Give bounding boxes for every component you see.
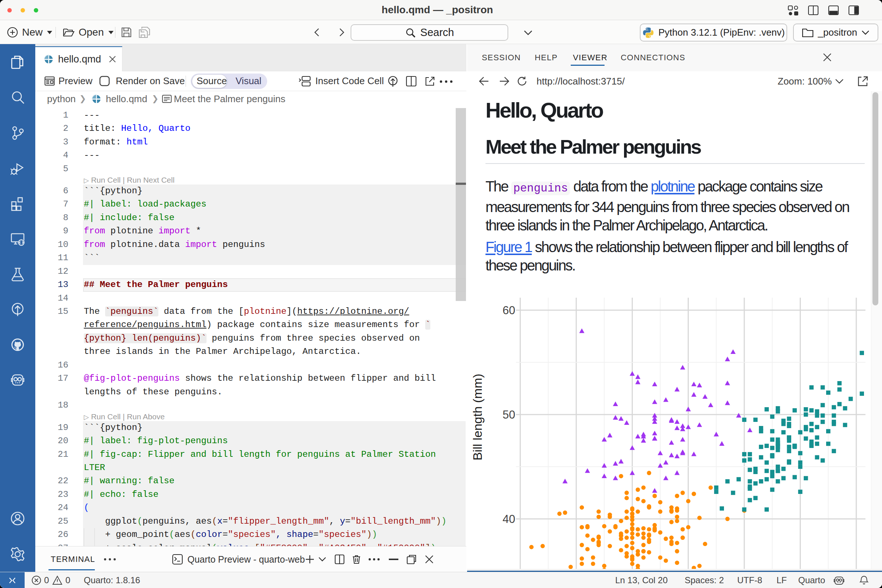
- svg-text:40: 40: [503, 513, 515, 525]
- svg-text:60: 60: [503, 304, 515, 317]
- svg-text:50: 50: [503, 408, 515, 421]
- svg-text:Bill length (mm): Bill length (mm): [470, 374, 484, 460]
